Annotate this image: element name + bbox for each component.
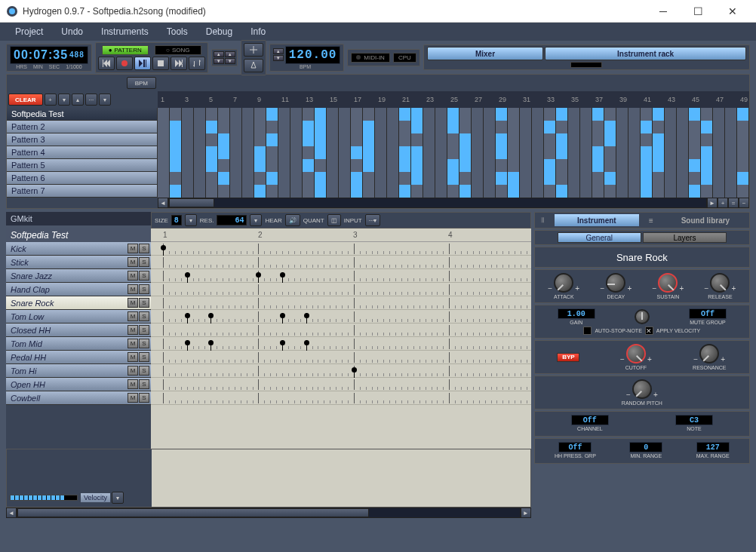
mode-song[interactable]: ○SONG [155,45,201,55]
res-dropdown[interactable]: ▾ [250,214,262,226]
mute-button[interactable]: M [128,284,138,294]
song-grid[interactable] [158,108,749,198]
mute-button[interactable]: M [128,339,138,348]
pattern-row[interactable]: Pattern 2 [7,121,158,133]
note-grid[interactable]: 1234 [151,228,531,449]
scroll-right-icon[interactable]: ► [707,198,718,208]
solo-button[interactable]: S [139,352,149,362]
res-display[interactable]: 64 [217,215,247,225]
solo-button[interactable]: S [139,379,149,389]
apply-velocity-checkbox[interactable]: ✕ [645,327,653,335]
solo-button[interactable]: S [139,325,149,335]
instrument-row[interactable]: Tom MidMS [6,337,151,351]
quant-button[interactable]: ◫ [327,214,341,226]
max-range-display[interactable]: 127 [696,442,730,452]
auto-stop-checkbox[interactable] [583,327,592,335]
release-knob[interactable] [710,273,730,293]
velocity-dropdown[interactable]: ▾ [112,492,124,504]
select-mode-button[interactable]: ▾ [99,94,111,106]
bpm-marker-button[interactable]: BPM [127,77,156,89]
mute-button[interactable]: M [128,257,138,267]
instrument-row[interactable]: Pedal HHMS [6,351,151,364]
sustain-knob[interactable] [658,273,678,293]
instrument-row[interactable]: Closed HHMS [6,324,151,337]
gain-knob[interactable] [635,309,650,324]
instrument-row[interactable]: Snare JazzMS [6,269,151,283]
menu-info[interactable]: Info [241,26,275,37]
mute-button[interactable]: M [128,393,138,403]
solo-button[interactable]: S [139,284,149,294]
record-button[interactable] [116,57,133,70]
minimize-button[interactable]: ─ [646,0,681,23]
beat-counter-button[interactable] [244,43,263,57]
metronome-button[interactable] [244,59,263,72]
mode-pattern[interactable]: ●PATTERN [102,45,149,55]
bypass-button[interactable]: BYP [557,353,579,362]
add-pattern-button[interactable]: + [45,94,57,106]
menu-undo[interactable]: Undo [52,26,92,37]
pat-scroll-right-icon[interactable]: ► [521,508,531,518]
pattern-row[interactable]: Pattern 4 [7,146,158,159]
pattern-row[interactable]: Pattern 6 [7,172,158,185]
draw-mode-button[interactable]: ··· [85,94,98,106]
subtab-layers[interactable]: Layers [643,232,727,243]
resonance-knob[interactable] [699,344,719,363]
gain-display[interactable]: 1.00 [558,308,595,319]
rewind-button[interactable] [98,57,115,70]
hear-button[interactable]: 🔊 [285,214,300,226]
size-dropdown[interactable]: ▾ [185,214,197,226]
subtab-general[interactable]: General [558,232,641,243]
instrument-row[interactable]: CowbellMS [6,391,151,405]
move-up-button[interactable]: ▴ [72,94,84,106]
mute-button[interactable]: M [128,311,138,321]
solo-button[interactable]: S [139,298,149,308]
zoom-in-button[interactable]: + [718,198,728,208]
menu-project[interactable]: Project [6,26,52,37]
channel-display[interactable]: Off [571,415,609,425]
tab-instrument[interactable]: Instrument [555,214,639,226]
note-display[interactable]: C3 [675,415,713,425]
mute-button[interactable]: M [128,352,138,362]
mute-button[interactable]: M [128,325,138,335]
random-pitch-knob[interactable] [632,379,652,399]
mute-button[interactable]: M [128,298,138,308]
close-button[interactable]: ✕ [715,0,750,23]
pattern-hscroll[interactable]: ◄ ► [6,508,531,518]
instrument-row[interactable]: Open HHMS [6,378,151,391]
instrument-row[interactable]: Tom LowMS [6,310,151,324]
beat-up2[interactable]: ▲ [225,51,235,57]
instrument-row[interactable]: Tom HiMS [6,364,151,378]
mute-button[interactable]: M [128,271,138,281]
pattern-row[interactable]: Softpedia Test [7,108,158,121]
solo-button[interactable]: S [139,339,149,348]
solo-button[interactable]: S [139,366,149,376]
menu-tools[interactable]: Tools [158,26,197,37]
play-pause-button[interactable] [134,57,151,70]
forward-button[interactable] [171,57,187,70]
instrument-row[interactable]: Snare RockMS [6,296,151,310]
bpm-up[interactable]: ▲ [273,48,284,54]
pattern-row[interactable]: Pattern 7 [7,185,158,198]
zoom-reset-button[interactable]: = [728,198,739,208]
move-down-button[interactable]: ▾ [58,94,70,106]
tab-sound-library[interactable]: Sound library [663,214,748,226]
menu-debug[interactable]: Debug [197,26,241,37]
solo-button[interactable]: S [139,271,149,281]
beat-dn[interactable]: ▼ [214,58,224,64]
beat-up[interactable]: ▲ [214,51,224,57]
velocity-grid[interactable] [152,449,530,507]
instrument-row[interactable]: Hand ClapMS [6,283,151,296]
zoom-out-button[interactable]: − [739,198,749,208]
mute-button[interactable]: M [128,244,138,253]
stop-button[interactable] [152,57,169,70]
bpm-display[interactable]: 120.00 [285,46,341,64]
mute-button[interactable]: M [128,366,138,376]
menu-instruments[interactable]: Instruments [92,26,158,37]
attack-knob[interactable] [554,273,573,293]
maximize-button[interactable]: ☐ [681,0,715,23]
decay-knob[interactable] [606,273,625,293]
hh-display[interactable]: Off [558,442,592,452]
size-display[interactable]: 8 [171,215,182,225]
pattern-row[interactable]: Pattern 3 [7,133,158,146]
pattern-row[interactable]: Pattern 5 [7,159,158,172]
